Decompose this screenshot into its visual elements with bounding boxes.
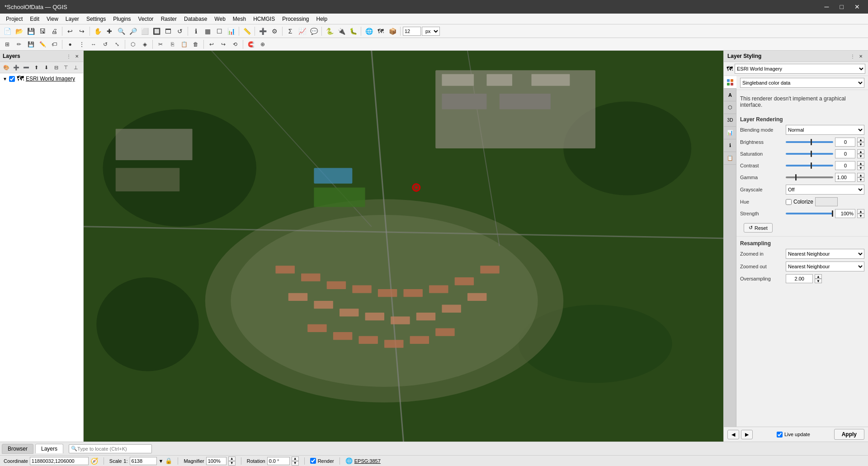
topology-button[interactable]: ⊕ — [257, 39, 268, 50]
undo-edit-button[interactable]: ↩ — [206, 39, 217, 50]
menu-processing[interactable]: Processing — [278, 15, 312, 23]
deselect-button[interactable]: ☐ — [214, 26, 225, 37]
styling-icon-legend[interactable]: 📋 — [724, 152, 736, 165]
live-update-checkbox[interactable] — [777, 432, 783, 437]
pan-to-selection-button[interactable]: ✚ — [104, 26, 115, 37]
edit-open-button[interactable]: ✏ — [14, 39, 24, 50]
unit-select[interactable]: px — [422, 27, 440, 36]
zoom-in-button[interactable]: 🔍 — [116, 26, 127, 37]
menu-settings[interactable]: Settings — [83, 15, 109, 23]
plugin-button[interactable]: 🔌 — [336, 26, 347, 37]
edit-pencil-button[interactable]: ✏️ — [37, 39, 48, 50]
styling-icon-mask[interactable]: ⬡ — [724, 101, 736, 114]
rotation-spin-up[interactable]: ▲ — [292, 456, 299, 461]
brightness-spin-up[interactable]: ▲ — [857, 138, 864, 142]
contrast-value-input[interactable] — [835, 161, 855, 170]
gamma-spin-up[interactable]: ▲ — [857, 173, 864, 177]
rotate-button[interactable]: ↺ — [100, 39, 111, 50]
menu-layer[interactable]: Layer — [62, 15, 83, 23]
contrast-spin-up[interactable]: ▲ — [857, 161, 864, 166]
open-table-button[interactable]: 📊 — [226, 26, 236, 37]
snapping-button[interactable]: 🧲 — [245, 39, 256, 50]
strength-value-input[interactable] — [835, 209, 855, 218]
lock-icon[interactable]: 🔒 — [165, 457, 172, 464]
layers-panel-options-button[interactable]: ⋮ — [65, 52, 72, 60]
brightness-spin-down[interactable]: ▼ — [857, 142, 864, 147]
scale-button[interactable]: ⤡ — [112, 39, 123, 50]
refresh-button[interactable]: ↺ — [175, 26, 185, 37]
redo-edit-button[interactable]: ↪ — [218, 39, 229, 50]
maximize-button[interactable]: □ — [836, 2, 847, 11]
layer-expand-arrow[interactable]: ▼ — [3, 76, 7, 81]
style-history-forward-button[interactable]: ▶ — [741, 430, 753, 439]
filter-layer-button[interactable]: ⬆ — [32, 63, 41, 72]
layer-move-top-button[interactable]: ⊤ — [61, 63, 71, 72]
menu-edit[interactable]: Edit — [26, 15, 43, 23]
strength-spin-down[interactable]: ▼ — [857, 214, 864, 218]
print-button[interactable]: 🖨 — [49, 26, 60, 37]
expand-all-button[interactable]: ⬇ — [42, 63, 51, 72]
tab-layers[interactable]: Layers — [35, 444, 63, 453]
zoom-full-button[interactable]: ⬜ — [139, 26, 150, 37]
layers-panel-close-button[interactable]: ✕ — [73, 52, 80, 60]
open-layer-style-button[interactable]: 🎨 — [2, 63, 11, 72]
epsg-value[interactable]: EPSG:3857 — [354, 458, 381, 464]
saturation-spin-up[interactable]: ▲ — [857, 149, 864, 154]
magnifier-input[interactable] — [206, 457, 226, 465]
add-layer-button[interactable]: ➕ — [257, 26, 268, 37]
move-button[interactable]: ↔ — [88, 39, 99, 50]
python-button[interactable]: 🐍 — [324, 26, 335, 37]
new-project-button[interactable]: 📄 — [2, 26, 13, 37]
styling-icon-symbology[interactable] — [724, 76, 736, 89]
map-canvas[interactable] — [84, 51, 723, 442]
sigma-button[interactable]: Σ — [285, 26, 296, 37]
paste-features-button[interactable]: 📋 — [179, 39, 189, 50]
gamma-value-input[interactable] — [835, 173, 855, 182]
menu-hcmgis[interactable]: HCMGIS — [250, 15, 278, 23]
debug-button[interactable]: 🐛 — [348, 26, 359, 37]
saturation-value-input[interactable] — [835, 149, 855, 158]
digitize-button[interactable]: ● — [65, 39, 75, 50]
gamma-spin-down[interactable]: ▼ — [857, 177, 864, 182]
contrast-spin-down[interactable]: ▼ — [857, 166, 864, 170]
rotation-spin-down[interactable]: ▼ — [292, 461, 299, 466]
style-history-back-button[interactable]: ◀ — [727, 430, 739, 439]
font-size-input[interactable] — [403, 27, 421, 36]
save-as-button[interactable]: 🖫 — [37, 26, 48, 37]
menu-web[interactable]: Web — [211, 15, 229, 23]
layer-visibility-checkbox[interactable] — [9, 76, 15, 82]
remove-layer-button[interactable]: ➖ — [22, 63, 31, 72]
styling-icon-diagram[interactable]: 📊 — [724, 127, 736, 139]
menu-raster[interactable]: Raster — [157, 15, 180, 23]
close-button[interactable]: ✕ — [851, 2, 863, 11]
styling-panel-close-button[interactable]: ✕ — [857, 52, 864, 60]
reset-button[interactable]: ↺ Reset — [744, 223, 773, 233]
oversampling-spin-up[interactable]: ▲ — [815, 274, 822, 279]
brightness-value-input[interactable] — [835, 138, 855, 147]
open-project-button[interactable]: 📂 — [14, 26, 24, 37]
magnifier-spin-up[interactable]: ▲ — [228, 456, 236, 461]
scale-dropdown-icon[interactable]: ▼ — [159, 458, 164, 464]
styling-panel-options-button[interactable]: ⋮ — [849, 52, 856, 60]
cut-features-button[interactable]: ✂ — [155, 39, 166, 50]
grayscale-select[interactable]: Off By Luminosity By Lightness By Averag… — [786, 185, 864, 195]
globe-button[interactable]: 🌐 — [363, 26, 374, 37]
node-tool-button[interactable]: ⬡ — [127, 39, 138, 50]
strength-spin-up[interactable]: ▲ — [857, 209, 864, 214]
menu-project[interactable]: Project — [2, 15, 26, 23]
3d-button[interactable]: 📦 — [387, 26, 398, 37]
renderer-type-select[interactable]: Singleband color data — [740, 78, 864, 88]
menu-database[interactable]: Database — [180, 15, 211, 23]
copy-features-button[interactable]: ⎘ — [167, 39, 178, 50]
render-checkbox[interactable] — [310, 458, 316, 464]
select-button[interactable]: ▦ — [202, 26, 213, 37]
revert-button[interactable]: ⟲ — [230, 39, 241, 50]
layer-name-label[interactable]: ESRI World Imagery — [26, 76, 75, 82]
layer-selector-dropdown[interactable]: ESRI World Imagery — [735, 64, 865, 74]
edit-save-button[interactable]: 💾 — [25, 39, 36, 50]
oversampling-value-input[interactable] — [786, 274, 813, 283]
collapse-all-button[interactable]: ⊟ — [52, 63, 61, 72]
edit-new-button[interactable]: ⊞ — [2, 39, 13, 50]
layer-item-esri[interactable]: ▼ 🗺 ESRI World Imagery — [0, 73, 83, 84]
styling-icon-3d[interactable]: 3D — [724, 114, 736, 127]
